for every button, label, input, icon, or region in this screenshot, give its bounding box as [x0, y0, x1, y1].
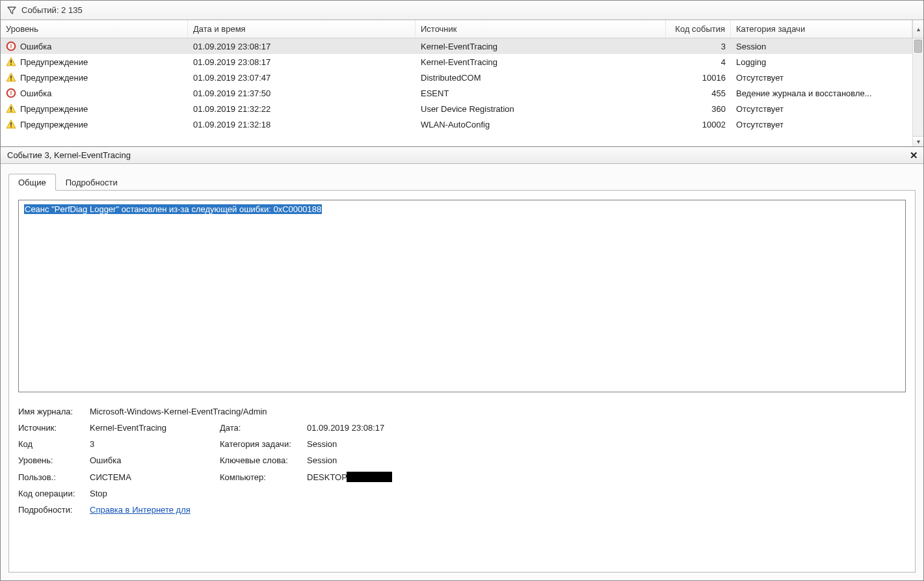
event-viewer-window: Событий: 2 135 Уровень Дата и время Исто…	[0, 0, 924, 581]
redacted-box	[347, 472, 392, 482]
cell-source: Kernel-EventTracing	[416, 42, 666, 51]
computer-label: Компьютер:	[220, 472, 307, 482]
level-value: Ошибка	[90, 455, 220, 465]
table-row[interactable]: Предупреждение01.09.2019 23:07:47Distrib…	[1, 70, 923, 85]
cell-code: 4	[666, 57, 731, 67]
svg-rect-10	[10, 107, 12, 110]
svg-rect-13	[10, 126, 12, 128]
cell-code: 360	[666, 104, 731, 114]
detail-pane-body: Общие Подробности Сеанс "PerfDiag Logger…	[1, 164, 923, 580]
level-label: Уровень:	[18, 455, 90, 465]
level-text: Ошибка	[20, 88, 51, 98]
event-properties: Имя журнала: Microsoft-Windows-Kernel-Ev…	[18, 407, 906, 515]
scroll-down-button[interactable]: ▾	[913, 136, 923, 146]
cell-level: Предупреждение	[1, 57, 188, 67]
error-icon: !	[6, 88, 16, 98]
warning-icon	[6, 72, 16, 83]
cell-task: Session	[731, 42, 912, 51]
table-row[interactable]: Предупреждение01.09.2019 23:08:17Kernel-…	[1, 54, 923, 70]
cell-date: 01.09.2019 23:08:17	[188, 57, 416, 67]
svg-rect-11	[10, 111, 12, 112]
events-grid: Уровень Дата и время Источник Код событи…	[1, 20, 923, 147]
col-header-code[interactable]: Код события	[666, 20, 731, 38]
level-text: Предупреждение	[20, 73, 88, 83]
user-value: СИСТЕМА	[90, 472, 220, 482]
cell-date: 01.09.2019 21:32:22	[188, 104, 416, 114]
col-header-task[interactable]: Категория задачи	[731, 20, 912, 38]
cell-source: WLAN-AutoConfig	[416, 120, 666, 129]
filter-bar: Событий: 2 135	[1, 1, 923, 20]
warning-icon	[6, 103, 16, 114]
scroll-up-button[interactable]: ▴	[912, 20, 923, 38]
svg-rect-3	[10, 60, 12, 63]
computer-value: DESKTOP	[307, 472, 906, 482]
more-info-value: Справка в Интернете для	[90, 505, 906, 515]
warning-icon	[6, 57, 16, 67]
tab-details[interactable]: Подробности	[56, 174, 127, 191]
col-header-level[interactable]: Уровень	[1, 20, 188, 38]
cell-source: Kernel-EventTracing	[416, 57, 666, 67]
svg-rect-4	[10, 64, 12, 65]
col-header-date[interactable]: Дата и время	[188, 20, 416, 38]
computer-text: DESKTOP	[307, 472, 347, 482]
svg-text:!: !	[10, 43, 12, 49]
user-label: Пользов.:	[18, 472, 90, 482]
date-value: 01.09.2019 23:08:17	[307, 423, 906, 433]
more-info-label: Подробности:	[18, 505, 90, 515]
cell-code: 455	[666, 88, 731, 98]
cell-level: !Ошибка	[1, 88, 188, 98]
opcode-label: Код операции:	[18, 489, 90, 498]
cell-level: Предупреждение	[1, 103, 188, 114]
log-name-value: Microsoft-Windows-Kernel-EventTracing/Ad…	[90, 407, 906, 416]
cell-level: Предупреждение	[1, 119, 188, 129]
cell-source: User Device Registration	[416, 104, 666, 114]
level-text: Предупреждение	[20, 57, 88, 67]
cell-date: 01.09.2019 21:32:18	[188, 120, 416, 129]
table-row[interactable]: Предупреждение01.09.2019 21:32:18WLAN-Au…	[1, 116, 923, 132]
cell-task: Отсутствует	[731, 73, 912, 83]
event-description-text: Сеанс "PerfDiag Logger" остановлен из-за…	[24, 204, 322, 214]
tab-general[interactable]: Общие	[8, 174, 56, 191]
source-label: Источник:	[18, 423, 90, 433]
table-row[interactable]: !Ошибка01.09.2019 21:37:50ESENT455Ведени…	[1, 85, 923, 101]
log-name-label: Имя журнала:	[18, 407, 90, 416]
table-row[interactable]: Предупреждение01.09.2019 21:32:22User De…	[1, 101, 923, 116]
svg-rect-12	[10, 122, 12, 126]
grid-header: Уровень Дата и время Источник Код событи…	[1, 20, 923, 38]
cell-code: 3	[666, 42, 731, 51]
detail-pane-title: Событие 3, Kernel-EventTracing	[7, 150, 131, 160]
grid-scrollbar[interactable]: ▾	[912, 38, 923, 146]
cell-date: 01.09.2019 23:08:17	[188, 42, 416, 51]
opcode-value: Stop	[90, 489, 906, 498]
cell-code: 10002	[666, 120, 731, 129]
cell-task: Ведение журнала и восстановле...	[731, 88, 912, 98]
cell-date: 01.09.2019 23:07:47	[188, 73, 416, 83]
event-description-box[interactable]: Сеанс "PerfDiag Logger" остановлен из-за…	[18, 200, 906, 392]
source-value: Kernel-EventTracing	[90, 423, 220, 433]
cell-task: Отсутствует	[731, 104, 912, 114]
cell-code: 10016	[666, 73, 731, 83]
cell-date: 01.09.2019 21:37:50	[188, 88, 416, 98]
scrollbar-thumb[interactable]	[914, 40, 922, 53]
task-label: Категория задачи:	[220, 439, 307, 449]
cell-source: DistributedCOM	[416, 73, 666, 83]
cell-task: Logging	[731, 57, 912, 67]
col-header-source[interactable]: Источник	[416, 20, 666, 38]
close-icon[interactable]: ✕	[908, 150, 919, 161]
cell-level: !Ошибка	[1, 41, 188, 51]
help-link[interactable]: Справка в Интернете для	[90, 505, 191, 515]
cell-source: ESENT	[416, 88, 666, 98]
table-row[interactable]: !Ошибка01.09.2019 23:08:17Kernel-EventTr…	[1, 38, 923, 54]
level-text: Ошибка	[20, 42, 51, 51]
filter-icon[interactable]	[7, 6, 16, 15]
warning-icon	[6, 119, 16, 129]
filter-count-label: Событий: 2 135	[21, 5, 83, 15]
svg-text:!: !	[10, 90, 12, 96]
level-text: Предупреждение	[20, 104, 88, 114]
svg-rect-5	[10, 75, 12, 79]
level-text: Предупреждение	[20, 120, 88, 129]
tab-panel-general: Сеанс "PerfDiag Logger" остановлен из-за…	[8, 190, 916, 573]
detail-pane-header: Событие 3, Kernel-EventTracing ✕	[1, 147, 923, 164]
error-icon: !	[6, 41, 16, 51]
date-label: Дата:	[220, 423, 307, 433]
